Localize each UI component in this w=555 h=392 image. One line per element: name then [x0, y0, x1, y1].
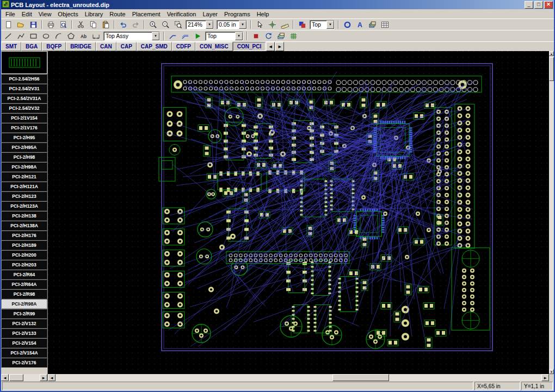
grid-table-button[interactable]: [287, 31, 299, 41]
sidebar-item[interactable]: PCI-2/V133: [1, 328, 47, 338]
hscroll-thumb[interactable]: [332, 374, 389, 381]
menu-help[interactable]: Help: [254, 10, 273, 18]
layer-colors-button[interactable]: [296, 20, 308, 30]
save-button[interactable]: [27, 20, 39, 30]
sidebar-item[interactable]: PCI-2/R98: [1, 289, 47, 299]
arc-button[interactable]: [52, 31, 64, 41]
polygon-button[interactable]: [65, 31, 77, 41]
sidebar-item[interactable]: PCI-2/H98: [1, 152, 47, 162]
preview-button[interactable]: [57, 20, 69, 30]
grid-step-combo-dropdown-icon[interactable]: ▼: [239, 21, 246, 29]
table-button[interactable]: [379, 20, 391, 30]
scroll-right-button[interactable]: ▶: [541, 374, 549, 381]
paste-button[interactable]: [100, 20, 112, 30]
sidebar-item[interactable]: PCI-2/H123: [1, 191, 47, 201]
menu-layer[interactable]: Layer: [199, 10, 221, 18]
sidebar-item[interactable]: PCI-2/V154: [1, 338, 47, 348]
update-button[interactable]: [262, 31, 274, 41]
cut-button[interactable]: [75, 20, 87, 30]
tab-bga[interactable]: BGA: [21, 42, 42, 51]
menu-library[interactable]: Library: [82, 10, 107, 18]
via-button[interactable]: [341, 20, 353, 30]
maximize-button[interactable]: □: [534, 1, 543, 9]
zoom-combo[interactable]: 214%▼: [186, 20, 214, 29]
cursor-button[interactable]: [254, 20, 266, 30]
menu-file[interactable]: File: [2, 10, 18, 18]
sidebar-item[interactable]: PCI-2/H95: [1, 133, 47, 142]
draw-layer-combo[interactable]: Top▼: [205, 32, 243, 41]
undo-button[interactable]: [117, 20, 129, 30]
ellipse-button[interactable]: [40, 31, 52, 41]
sidebar-item[interactable]: PCI-2/1V176: [1, 123, 47, 133]
measure-button[interactable]: [279, 20, 291, 30]
sidebar-hscrollbar[interactable]: ◀ ▶: [1, 374, 48, 381]
vertical-scrollbar[interactable]: ▲ ▼: [549, 51, 554, 374]
layer-combo-dropdown-icon[interactable]: ▼: [326, 21, 334, 29]
menu-verification[interactable]: Verification: [164, 10, 200, 18]
scroll-left-button[interactable]: ◀: [48, 374, 55, 381]
line-button[interactable]: [2, 31, 14, 41]
route-button[interactable]: [166, 31, 178, 41]
close-button[interactable]: ✕: [544, 1, 553, 9]
sidebar-item[interactable]: PCI-2/H189: [1, 240, 47, 250]
grid-step-combo[interactable]: 0.05 in▼: [217, 20, 247, 29]
scroll-down-button[interactable]: ▼: [549, 369, 554, 374]
sidebar-item[interactable]: PCI-2/V154A: [1, 348, 47, 358]
sidebar-item[interactable]: PCI-2/H98A: [1, 162, 47, 172]
sidebar-item[interactable]: PCI-2/H200: [1, 250, 47, 260]
tab-con_misc[interactable]: CON_MISC: [195, 42, 233, 51]
redo-button[interactable]: [130, 20, 141, 30]
place-button[interactable]: [266, 20, 278, 30]
tabs-scroll-right-button[interactable]: ▶: [275, 42, 284, 51]
sidebar-item[interactable]: PCI-2/V132: [1, 319, 47, 328]
sidebar-item[interactable]: PCI-2/R64A: [1, 279, 47, 289]
vscroll-thumb[interactable]: [549, 57, 554, 81]
menu-objects[interactable]: Objects: [54, 10, 81, 18]
minimize-button[interactable]: _: [525, 1, 533, 9]
zoom-in-button[interactable]: [147, 20, 159, 30]
menu-view[interactable]: View: [35, 10, 55, 18]
sidebar-item[interactable]: PCI-2/R99: [1, 309, 47, 319]
dimension-button[interactable]: [90, 31, 102, 41]
menu-placement[interactable]: Placement: [129, 10, 164, 18]
tab-cap[interactable]: CAP: [116, 42, 137, 51]
assembly-combo[interactable]: Top Assy▼: [103, 32, 160, 41]
menu-programs[interactable]: Programs: [221, 10, 254, 18]
sidebar-item[interactable]: PCI-2/H138A: [1, 221, 47, 231]
sidebar-hscroll-track[interactable]: [9, 374, 40, 381]
sidebar-scroll-right-button[interactable]: ▶: [40, 374, 47, 381]
tabs-scroll-left-button[interactable]: ◀: [266, 42, 275, 51]
sidebar-scroll-left-button[interactable]: ◀: [1, 374, 9, 381]
sidebar-item[interactable]: PCI-2/1V154: [1, 113, 47, 123]
sidebar-item[interactable]: PCI-2/R98A: [1, 299, 47, 309]
assembly-combo-dropdown-icon[interactable]: ▼: [152, 32, 159, 40]
layers-button[interactable]: [366, 20, 378, 30]
print-button[interactable]: [45, 20, 57, 30]
hscroll-track[interactable]: [55, 374, 541, 381]
sidebar-item[interactable]: PCI-2/H121A: [1, 182, 47, 191]
menu-route[interactable]: Route: [106, 10, 128, 18]
sidebar-item[interactable]: PCI-2.54/2H56: [1, 74, 47, 84]
play-button[interactable]: [192, 31, 203, 41]
polyline-button[interactable]: [15, 31, 27, 41]
tab-can[interactable]: CAN: [96, 42, 116, 51]
new-button[interactable]: [2, 20, 14, 30]
vscroll-track[interactable]: [549, 56, 554, 369]
zoom-window-button[interactable]: [172, 20, 184, 30]
tab-cap_smd[interactable]: CAP_SMD: [137, 42, 172, 51]
tab-cdfp[interactable]: CDFP: [172, 42, 195, 51]
zoom-combo-dropdown-icon[interactable]: ▼: [206, 21, 213, 29]
pcb-canvas[interactable]: [48, 51, 549, 374]
sidebar-item[interactable]: PCI-2.54/2V32: [1, 103, 47, 113]
sidebar-item[interactable]: PCI-2/R64: [1, 270, 47, 279]
scroll-up-button[interactable]: ▲: [549, 51, 554, 56]
sidebar-item[interactable]: PCI-2.54/2V31: [1, 84, 47, 94]
sidebar-item[interactable]: PCI-2/H203: [1, 260, 47, 270]
horizontal-scrollbar[interactable]: ◀ ▶: [48, 374, 549, 381]
tab-bridge[interactable]: BRIDGE: [66, 42, 96, 51]
stop-button[interactable]: [250, 31, 262, 41]
sidebar-item[interactable]: PCI-2/H138: [1, 211, 47, 221]
layer-combo[interactable]: Top▼: [310, 20, 335, 29]
sidebar-item[interactable]: PCI-2/H121: [1, 172, 47, 182]
zoom-out-button[interactable]: [159, 20, 171, 30]
